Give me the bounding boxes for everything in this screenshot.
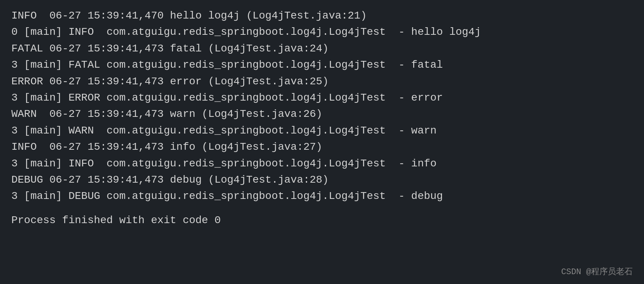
log-line-line3: FATAL 06-27 15:39:41,473 fatal (Log4jTes… <box>11 40 633 57</box>
log-line-line8: 3 [main] WARN com.atguigu.redis_springbo… <box>11 123 633 139</box>
log-line-line7: WARN 06-27 15:39:41,473 warn (Log4jTest.… <box>11 106 633 122</box>
log-line-line9: INFO 06-27 15:39:41,473 info (Log4jTest.… <box>11 139 633 155</box>
log-line-line5: ERROR 06-27 15:39:41,473 error (Log4jTes… <box>11 73 633 90</box>
log-line-line6: 3 [main] ERROR com.atguigu.redis_springb… <box>11 90 633 106</box>
log-line-line10: 3 [main] INFO com.atguigu.redis_springbo… <box>11 155 633 172</box>
process-finished-line: Process finished with exit code 0 <box>11 212 633 228</box>
terminal-output: INFO 06-27 15:39:41,470 hello log4j (Log… <box>0 0 644 284</box>
log-line-line4: 3 [main] FATAL com.atguigu.redis_springb… <box>11 57 633 73</box>
log-line-line2: 0 [main] INFO com.atguigu.redis_springbo… <box>11 24 633 40</box>
log-container: INFO 06-27 15:39:41,470 hello log4j (Log… <box>11 8 633 205</box>
log-line-line12: 3 [main] DEBUG com.atguigu.redis_springb… <box>11 188 633 204</box>
watermark: CSDN @程序员老石 <box>561 266 633 277</box>
log-line-line11: DEBUG 06-27 15:39:41,473 debug (Log4jTes… <box>11 172 633 188</box>
log-line-line1: INFO 06-27 15:39:41,470 hello log4j (Log… <box>11 8 633 24</box>
